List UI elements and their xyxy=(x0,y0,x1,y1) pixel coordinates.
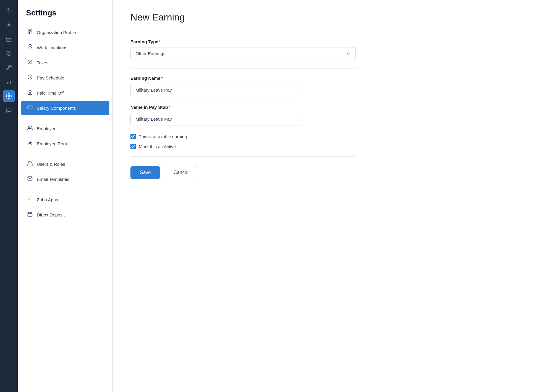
divider-bottom xyxy=(130,156,356,157)
sidebar-item-employee-label: Employee xyxy=(37,126,57,131)
svg-rect-11 xyxy=(28,30,29,31)
sidebar-item-taxes[interactable]: Taxes xyxy=(21,55,109,70)
sidebar-item-employee-portal[interactable]: Employee Portal xyxy=(21,136,109,151)
sidebar-item-salary-components-label: Salary Components xyxy=(37,106,76,111)
sidebar-item-work-locations-label: Work Locations xyxy=(37,45,67,50)
location-icon xyxy=(27,44,33,51)
sidebar-item-organization-profile[interactable]: Organization Profile xyxy=(21,25,109,40)
svg-rect-13 xyxy=(28,32,29,34)
sidebar-item-employee-portal-label: Employee Portal xyxy=(37,141,69,146)
earning-type-required: * xyxy=(159,39,161,44)
bar-chart-icon[interactable] xyxy=(3,76,15,88)
users-roles-icon xyxy=(27,161,33,168)
salary-icon xyxy=(27,105,33,111)
sidebar-item-paid-time-off[interactable]: Paid Time Off xyxy=(21,86,109,100)
zoho-icon: Z xyxy=(27,196,33,203)
slash-icon[interactable] xyxy=(3,47,15,59)
clock-icon[interactable]: ⏱ xyxy=(3,5,15,17)
sidebar-item-users-roles-label: Users & Roles xyxy=(37,162,65,167)
sidebar-item-salary-components[interactable]: Salary Components xyxy=(21,101,109,115)
earning-type-group: Earning Type* Other Earnings Regular Ear… xyxy=(130,39,356,60)
svg-rect-26 xyxy=(28,214,32,216)
direct-deposit-icon xyxy=(27,211,33,218)
tool-icon[interactable] xyxy=(3,62,15,74)
name-in-paystub-group: Name in Pay Stub* xyxy=(130,105,356,125)
sidebar-item-pay-schedule[interactable]: Pay Schedule xyxy=(21,71,109,85)
active-checkbox[interactable] xyxy=(130,144,136,149)
sidebar-item-work-locations[interactable]: Work Locations xyxy=(21,40,109,55)
sidebar-title: Settings xyxy=(18,0,112,25)
button-group: Save Cancel xyxy=(130,166,356,179)
svg-point-14 xyxy=(29,46,31,47)
employee-portal-icon xyxy=(27,140,33,147)
main-content: New Earning Earning Type* Other Earnings… xyxy=(113,0,536,392)
name-in-paystub-input[interactable] xyxy=(130,113,302,125)
gear-icon[interactable] xyxy=(3,90,15,102)
sidebar-item-paid-time-off-label: Paid Time Off xyxy=(37,90,64,95)
sidebar-item-users-roles[interactable]: Users & Roles xyxy=(21,157,109,171)
svg-rect-12 xyxy=(31,30,32,31)
divider-mid xyxy=(130,68,356,68)
sidebar-item-pay-schedule-label: Pay Schedule xyxy=(37,75,64,80)
sidebar-item-taxes-label: Taxes xyxy=(37,60,48,65)
svg-point-21 xyxy=(29,141,31,143)
sidebar-item-email-templates[interactable]: Email Templates xyxy=(21,172,109,187)
taxable-checkbox[interactable] xyxy=(130,134,136,139)
svg-line-6 xyxy=(8,52,10,55)
svg-point-0 xyxy=(8,23,10,25)
taxes-icon xyxy=(27,59,33,66)
taxable-label[interactable]: This is a taxable earning xyxy=(139,134,187,139)
person-icon[interactable] xyxy=(3,19,15,31)
earning-name-required: * xyxy=(161,76,163,81)
sidebar-item-employee[interactable]: Employee xyxy=(21,121,109,136)
active-checkbox-group: Mark this as Active xyxy=(130,144,356,149)
svg-point-20 xyxy=(28,126,30,128)
name-in-paystub-label: Name in Pay Stub* xyxy=(130,105,356,110)
divider-top xyxy=(130,32,518,32)
svg-rect-18 xyxy=(28,106,32,109)
name-in-paystub-required: * xyxy=(169,105,170,110)
earning-name-label: Earning Name* xyxy=(130,76,356,81)
cancel-button[interactable]: Cancel xyxy=(164,166,198,179)
save-button[interactable]: Save xyxy=(130,166,160,179)
chat-icon[interactable] xyxy=(3,104,15,116)
organization-icon xyxy=(27,29,33,36)
icon-bar: ⏱ xyxy=(0,0,18,392)
employee-icon xyxy=(27,125,33,132)
taxable-checkbox-group: This is a taxable earning xyxy=(130,134,356,139)
sidebar: Settings Organization Profile Work Locat… xyxy=(18,0,113,392)
email-icon xyxy=(27,176,33,183)
svg-line-16 xyxy=(29,61,31,63)
sidebar-item-direct-deposit-label: Direct Deposit xyxy=(37,212,65,217)
sidebar-item-email-templates-label: Email Templates xyxy=(37,177,69,182)
sidebar-item-zoho-apps-label: Zoho Apps xyxy=(37,197,58,202)
svg-rect-1 xyxy=(7,37,11,42)
new-earning-form: Earning Type* Other Earnings Regular Ear… xyxy=(130,39,356,179)
sidebar-item-zoho-apps[interactable]: Z Zoho Apps xyxy=(21,192,109,207)
svg-point-10 xyxy=(8,95,10,97)
svg-point-22 xyxy=(28,161,30,163)
calendar-icon[interactable] xyxy=(3,33,15,45)
earning-type-label: Earning Type* xyxy=(130,39,356,44)
pay-schedule-icon xyxy=(27,74,33,81)
earning-name-input[interactable] xyxy=(130,84,302,96)
pto-icon xyxy=(27,90,33,96)
earning-type-select[interactable]: Other Earnings Regular Earnings Overtime… xyxy=(130,47,356,60)
sidebar-item-organization-profile-label: Organization Profile xyxy=(37,30,76,35)
active-label[interactable]: Mark this as Active xyxy=(139,144,176,149)
sidebar-item-direct-deposit[interactable]: Direct Deposit xyxy=(21,208,109,222)
svg-text:Z: Z xyxy=(29,198,30,200)
earning-name-group: Earning Name* xyxy=(130,76,356,96)
page-title: New Earning xyxy=(130,12,518,23)
